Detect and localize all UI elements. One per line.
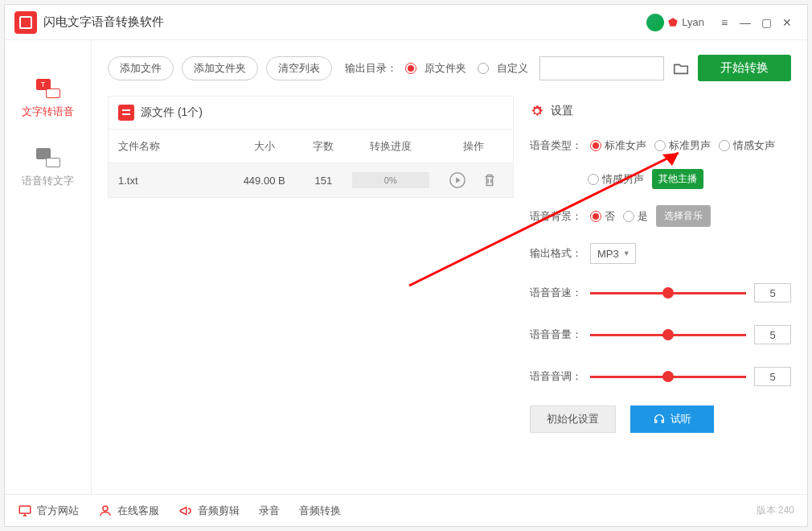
cell-words: 151 — [300, 175, 347, 187]
table-header: 文件名称 大小 字数 转换进度 操作 — [109, 130, 513, 163]
file-table: 文件名称 大小 字数 转换进度 操作 1.txt 449.00 B 151 0% — [108, 130, 514, 198]
footer: 官方网站 在线客服 音频剪辑 录音 音频转换 版本 240 — [5, 494, 807, 526]
tts-icon: T — [35, 79, 62, 98]
play-icon[interactable] — [449, 171, 466, 189]
pitch-slider[interactable] — [590, 376, 746, 378]
app-window: 闪电文字语音转换软件 Lyan ≡ — ▢ ✕ T 文字转语音 语音转文字 — [4, 4, 808, 527]
delete-icon[interactable] — [481, 171, 498, 189]
cell-progress: 0% — [347, 172, 434, 188]
start-convert-button[interactable]: 开始转换 — [698, 55, 791, 81]
output-path-input[interactable] — [539, 56, 664, 80]
browse-folder-icon[interactable] — [672, 60, 690, 77]
settings-panel: 设置 语音类型： 标准女声 标准男声 情感女声 情感男声 其他主播 语音背景： … — [530, 96, 791, 480]
speed-value-input[interactable] — [754, 283, 791, 303]
close-button[interactable]: ✕ — [777, 12, 798, 33]
radio-voice-emotion-female[interactable] — [719, 140, 730, 151]
pitch-slider-knob[interactable] — [662, 371, 674, 382]
radio-bg-yes[interactable] — [623, 211, 634, 222]
table-row: 1.txt 449.00 B 151 0% — [109, 163, 513, 197]
panel-title: 源文件 (1个) — [141, 105, 203, 120]
radio-custom-label: 自定义 — [497, 61, 528, 76]
footer-official-site[interactable]: 官方网站 — [18, 504, 79, 518]
col-name-header: 文件名称 — [109, 139, 228, 154]
speed-slider[interactable] — [590, 292, 746, 294]
cell-filename: 1.txt — [109, 175, 228, 187]
clear-list-button[interactable]: 清空列表 — [266, 56, 332, 80]
volume-value-input[interactable] — [754, 325, 791, 344]
settings-title: 设置 — [551, 104, 573, 118]
panel-header: 源文件 (1个) — [108, 96, 514, 130]
footer-record[interactable]: 录音 — [259, 504, 280, 518]
pitch-row: 语音音调： — [530, 356, 791, 397]
format-select[interactable]: MP3 — [590, 243, 636, 264]
pitch-label: 语音音调： — [530, 369, 582, 384]
radio-source-label: 原文件夹 — [424, 61, 466, 76]
radio-voice-standard-female[interactable] — [590, 140, 601, 151]
progress-bar: 0% — [352, 172, 429, 188]
sidebar-item-label: 文字转语音 — [22, 105, 74, 119]
preview-button[interactable]: 试听 — [630, 405, 714, 433]
user-avatar[interactable] — [646, 14, 664, 31]
voice-type-label: 语音类型： — [530, 138, 582, 153]
voice-type-row-2: 情感男声 其他主播 — [530, 161, 791, 197]
volume-slider[interactable] — [590, 334, 746, 336]
sidebar: T 文字转语音 语音转文字 — [5, 40, 92, 494]
settings-header: 设置 — [530, 96, 791, 130]
user-name[interactable]: Lyan — [682, 16, 704, 28]
gear-icon — [530, 104, 544, 118]
radio-source-folder[interactable] — [405, 63, 416, 74]
speed-row: 语音音速： — [530, 272, 791, 314]
pitch-value-input[interactable] — [754, 367, 791, 386]
monitor-icon — [18, 504, 32, 518]
maximize-button[interactable]: ▢ — [756, 12, 777, 33]
footer-audio-convert[interactable]: 音频转换 — [299, 504, 341, 518]
other-anchor-button[interactable]: 其他主播 — [652, 169, 703, 189]
app-logo-icon — [14, 11, 37, 34]
svg-point-4 — [103, 506, 108, 511]
sidebar-item-label: 语音转文字 — [22, 174, 74, 188]
footer-audio-edit[interactable]: 音频剪辑 — [178, 504, 240, 518]
footer-support[interactable]: 在线客服 — [98, 504, 159, 518]
svg-rect-3 — [19, 506, 31, 513]
title-bar: 闪电文字语音转换软件 Lyan ≡ — ▢ ✕ — [5, 5, 807, 40]
add-folder-button[interactable]: 添加文件夹 — [182, 56, 258, 80]
bg-label: 语音背景： — [530, 209, 582, 224]
file-list-panel: 源文件 (1个) 文件名称 大小 字数 转换进度 操作 1.txt 449.00… — [108, 96, 514, 480]
col-action-header: 操作 — [434, 139, 513, 154]
megaphone-icon — [178, 504, 193, 518]
stt-icon — [35, 148, 62, 167]
speed-label: 语音音速： — [530, 286, 582, 300]
select-music-button[interactable]: 选择音乐 — [656, 205, 711, 227]
sidebar-item-stt[interactable]: 语音转文字 — [5, 134, 91, 203]
volume-slider-knob[interactable] — [662, 329, 674, 340]
voice-type-row: 语音类型： 标准女声 标准男声 情感女声 — [530, 130, 791, 161]
speed-slider-knob[interactable] — [662, 287, 674, 298]
output-dir-label: 输出目录： — [345, 61, 397, 76]
list-icon — [118, 105, 134, 121]
add-file-button[interactable]: 添加文件 — [108, 56, 174, 80]
minimize-button[interactable]: — — [735, 12, 756, 33]
format-label: 输出格式： — [530, 246, 582, 261]
app-title: 闪电文字语音转换软件 — [43, 14, 164, 30]
col-words-header: 字数 — [300, 139, 347, 154]
radio-voice-standard-male[interactable] — [654, 140, 666, 151]
cell-actions — [434, 171, 513, 189]
sidebar-item-tts[interactable]: T 文字转语音 — [5, 64, 91, 134]
col-size-header: 大小 — [228, 139, 299, 154]
vip-icon — [667, 17, 679, 28]
main-overlay: 添加文件 添加文件夹 清空列表 输出目录： 原文件夹 自定义 开始转换 源文件 … — [92, 40, 807, 494]
menu-button[interactable]: ≡ — [714, 12, 735, 33]
radio-bg-no[interactable] — [590, 211, 601, 222]
col-progress-header: 转换进度 — [347, 139, 434, 154]
support-icon — [98, 504, 113, 518]
cell-size: 449.00 B — [228, 175, 299, 187]
toolbar: 添加文件 添加文件夹 清空列表 输出目录： 原文件夹 自定义 开始转换 — [108, 55, 791, 81]
radio-custom-folder[interactable] — [478, 63, 489, 74]
headphones-icon — [653, 413, 666, 426]
format-row: 输出格式： MP3 — [530, 235, 791, 272]
radio-voice-emotion-male[interactable] — [588, 174, 599, 185]
volume-label: 语音音量： — [530, 327, 582, 342]
version-label: 版本 240 — [757, 504, 794, 517]
bg-row: 语音背景： 否 是 选择音乐 — [530, 197, 791, 235]
reset-settings-button[interactable]: 初始化设置 — [530, 405, 616, 433]
